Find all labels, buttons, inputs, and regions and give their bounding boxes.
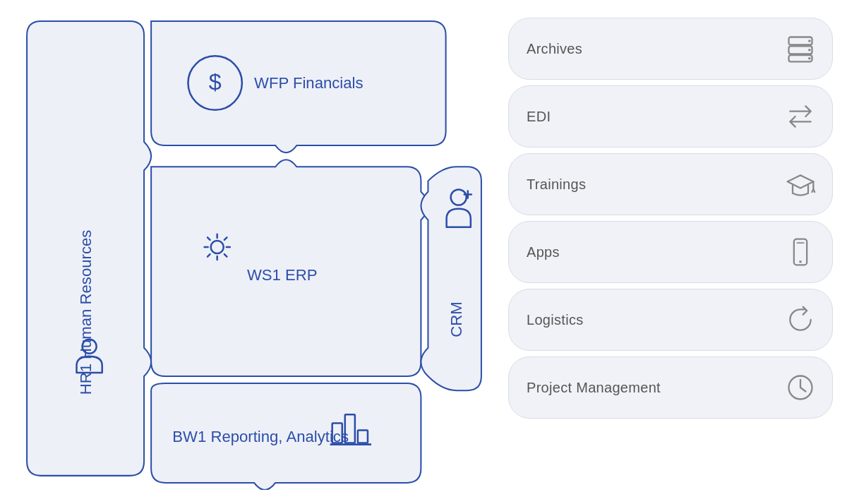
right-list: Archives EDI <box>508 14 833 490</box>
edi-label: EDI <box>527 109 551 125</box>
svg-point-25 <box>799 260 802 263</box>
trainings-label: Trainings <box>527 176 586 193</box>
list-item-trainings[interactable]: Trainings <box>508 153 833 215</box>
project-management-label: Project Management <box>527 380 661 396</box>
page-container: .shape-fill { fill: #eef0f8; stroke: #2b… <box>0 0 847 504</box>
apps-icon <box>783 234 818 270</box>
svg-point-19 <box>808 49 811 52</box>
logistics-icon <box>783 302 818 337</box>
svg-point-18 <box>808 40 811 42</box>
apps-label: Apps <box>527 244 560 260</box>
svg-point-20 <box>808 57 811 60</box>
wfp-label: WFP Financials <box>254 74 364 92</box>
svg-text:BW1 Reporting, Analytics: BW1 Reporting, Analytics <box>172 428 349 445</box>
edi-icon <box>783 99 818 134</box>
archives-icon <box>783 31 818 66</box>
svg-line-29 <box>800 388 805 392</box>
logistics-label: Logistics <box>527 312 584 328</box>
list-item-project-management[interactable]: Project Management <box>508 356 833 419</box>
list-item-logistics[interactable]: Logistics <box>508 289 833 351</box>
list-item-archives[interactable]: Archives <box>508 18 833 80</box>
list-item-apps[interactable]: Apps <box>508 221 833 283</box>
svg-text:HR1 Human Resources: HR1 Human Resources <box>77 230 95 395</box>
archives-label: Archives <box>527 41 582 57</box>
list-item-edi[interactable]: EDI <box>508 85 833 148</box>
svg-text:WS1 ERP: WS1 ERP <box>247 266 318 284</box>
svg-text:$: $ <box>209 69 222 95</box>
svg-line-23 <box>813 189 815 192</box>
left-diagram: .shape-fill { fill: #eef0f8; stroke: #2b… <box>14 14 494 490</box>
svg-text:CRM: CRM <box>447 301 465 337</box>
trainings-icon <box>783 167 818 202</box>
project-management-icon <box>783 370 818 405</box>
